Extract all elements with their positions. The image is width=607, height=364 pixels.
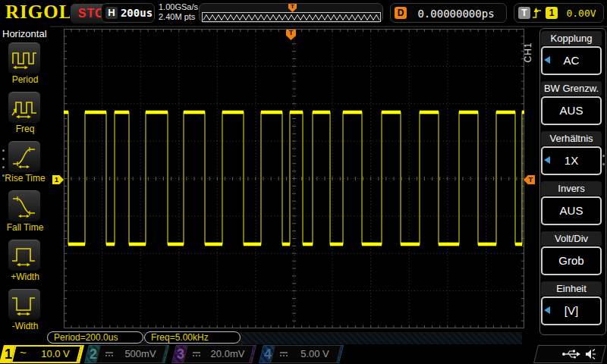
dc-coupling-icon bbox=[192, 345, 201, 363]
menu-item-minus-width[interactable]: -Width bbox=[0, 289, 50, 337]
channel1-level-marker[interactable]: 1 bbox=[52, 175, 64, 184]
minus-width-icon bbox=[11, 293, 38, 317]
trigger-label: T bbox=[518, 7, 530, 19]
preview-waveform-icon bbox=[202, 12, 381, 22]
menu-item-einheit[interactable]: Einheit [V] bbox=[541, 281, 602, 330]
menu-item-bw-grenzw[interactable]: BW Grenzw. AUS bbox=[541, 81, 602, 130]
menu-item-invers[interactable]: Invers AUS bbox=[541, 181, 602, 230]
channel-menu: Kopplung AC BW Grenzw. AUS Verhältnis 1X… bbox=[539, 27, 607, 337]
memory-depth: 2.40M pts bbox=[159, 12, 198, 22]
preview-trigger-marker-icon: T bbox=[288, 4, 297, 12]
menu-item-volt-div[interactable]: Volt/Div Grob bbox=[541, 231, 602, 280]
waveform-preview[interactable]: T bbox=[199, 3, 383, 23]
left-menu-title: Horizontal bbox=[2, 28, 47, 39]
right-menu-page-dots bbox=[602, 155, 605, 171]
menu-item-rise-time[interactable]: Rise Time bbox=[0, 141, 50, 190]
system-status-box bbox=[536, 345, 604, 363]
horizontal-timebase-box[interactable]: H 200us bbox=[101, 3, 155, 23]
delay-label: D bbox=[395, 7, 407, 19]
channel-2-scale: 500mV bbox=[117, 345, 164, 363]
trigger-level-value: 0.00V bbox=[561, 8, 601, 19]
left-menu-page-dots bbox=[2, 149, 5, 183]
menu-item-period[interactable]: Period bbox=[0, 42, 50, 91]
channel-status-bar: 1 ~ 10.0 V 2 500mV 3 20.0mV 4 5.00 V bbox=[0, 345, 607, 364]
trigger-box[interactable]: T 1 0.00V bbox=[514, 3, 604, 23]
menu-item-fall-time[interactable]: Fall Time bbox=[0, 190, 50, 239]
measurement-freq[interactable]: Freq=5.00kHz bbox=[144, 331, 241, 344]
channel-4-scale: 5.00 V bbox=[291, 345, 338, 363]
menu-item-kopplung[interactable]: Kopplung AC bbox=[541, 31, 602, 80]
channel-4-badge[interactable]: 4 5.00 V bbox=[261, 345, 341, 363]
horizontal-measure-menu: Horizontal Period Freq Rise Time bbox=[0, 26, 50, 338]
channel-1-number: 1 bbox=[5, 346, 12, 362]
channel-3-number: 3 bbox=[177, 346, 184, 362]
channel-4-number: 4 bbox=[264, 346, 272, 362]
status-icons bbox=[561, 348, 598, 360]
dc-coupling-icon bbox=[105, 345, 114, 363]
sample-rate: 1.00GSa/s bbox=[159, 2, 198, 12]
channel-1-scale: 10.0 V bbox=[32, 345, 79, 363]
menu-item-verhaeltnis[interactable]: Verhältnis 1X bbox=[541, 131, 602, 180]
measurement-period[interactable]: Period=200.0us bbox=[47, 331, 143, 344]
fall-time-icon bbox=[11, 194, 38, 218]
speaker-icon bbox=[586, 350, 596, 359]
right-menu-channel-tab: CH1 bbox=[527, 36, 539, 70]
acquisition-info: 1.00GSa/s 2.40M pts bbox=[159, 2, 198, 22]
freq-icon bbox=[11, 96, 38, 120]
channel-2-badge[interactable]: 2 500mV bbox=[86, 345, 167, 363]
channel-3-scale: 20.0mV bbox=[204, 345, 251, 363]
ac-coupling-icon: ~ bbox=[20, 345, 27, 363]
channel-3-badge[interactable]: 3 20.0mV bbox=[174, 345, 254, 363]
left-arrow-icon bbox=[544, 56, 550, 64]
channel-1-badge[interactable]: 1 ~ 10.0 V bbox=[2, 345, 82, 363]
period-icon bbox=[11, 46, 38, 71]
menu-item-freq[interactable]: Freq bbox=[0, 92, 50, 140]
top-status-bar: RIGOL STOP H 200us 1.00GSa/s 2.40M pts T… bbox=[0, 0, 607, 27]
delay-box[interactable]: D 0.00000000ps bbox=[390, 3, 507, 23]
rigol-logo: RIGOL bbox=[5, 2, 72, 23]
rise-time-icon bbox=[11, 145, 38, 169]
trigger-level-marker[interactable]: T bbox=[524, 175, 535, 184]
trigger-source-badge: 1 bbox=[546, 7, 558, 19]
delay-value: 0.00000000ps bbox=[409, 8, 503, 20]
dc-coupling-icon bbox=[279, 345, 288, 363]
rising-edge-icon bbox=[532, 7, 543, 20]
plus-width-icon bbox=[11, 243, 38, 268]
measurement-bar: Period=200.0us Freq=5.00kHz bbox=[0, 331, 607, 345]
left-arrow-icon bbox=[544, 156, 550, 164]
menu-item-plus-width[interactable]: +Width bbox=[0, 240, 50, 288]
left-arrow-icon bbox=[544, 306, 550, 314]
channel-2-number: 2 bbox=[90, 346, 97, 362]
graticule bbox=[64, 29, 524, 328]
usb-icon bbox=[562, 350, 580, 359]
timebase-value: 200us bbox=[120, 7, 153, 19]
h-label: H bbox=[105, 7, 118, 19]
